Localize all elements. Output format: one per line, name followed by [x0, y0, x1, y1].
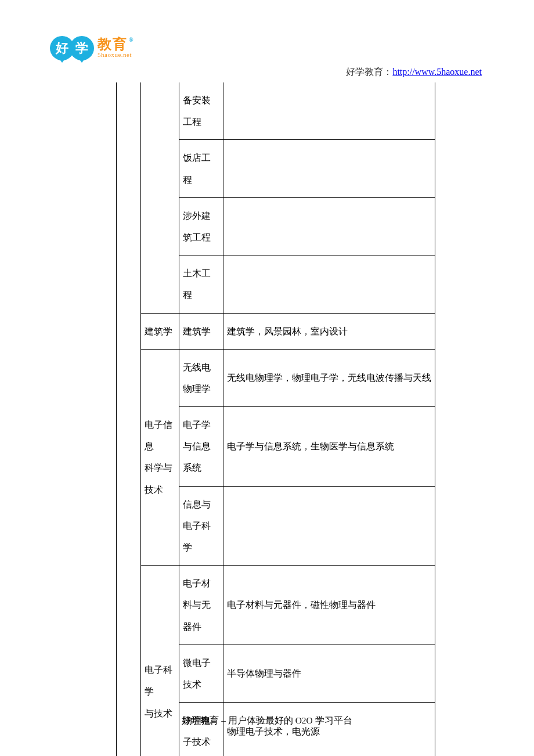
logo-edu-text: 教育 [98, 37, 128, 52]
table-cell-major: 饭店工程 [179, 140, 223, 197]
table-cell-major: 信息与电子科学 [179, 486, 223, 566]
table-cell-detail: 电子学与信息系统，生物医学与信息系统 [223, 407, 435, 487]
table-cell-major: 微电子技术 [179, 645, 223, 702]
table-cell-major: 物理电子技术 [179, 703, 223, 756]
logo: 好 学 教育® 5haoxue.net [50, 36, 134, 60]
table-col2-architecture: 建筑学 [140, 313, 179, 349]
header-link[interactable]: http://www.5haoxue.net [392, 67, 482, 77]
table-col2-est: 电子科 学 与技术 [140, 566, 179, 756]
table-row: 电子信 息 科学与 技术 无线电物理学 无线电物理学，物理电子学，无线电波传播与… [117, 349, 435, 406]
table-cell-detail: 建筑学，风景园林，室内设计 [223, 313, 435, 349]
majors-table-container: 备安装工程 饭店工程 涉外建筑工程 土木工程 建筑学 建筑学 建筑学，风景园林，… [116, 82, 435, 756]
table-row: 建筑学 建筑学 建筑学，风景园林，室内设计 [117, 313, 435, 349]
logo-char-1: 好 [56, 39, 68, 57]
table-cell-major: 土木工程 [179, 255, 223, 313]
table-cell-detail [223, 255, 435, 313]
table-cell-detail: 电子材料与元器件，磁性物理与器件 [223, 566, 435, 645]
table-cell-detail: 半导体物理与器件 [223, 645, 435, 702]
table-cell-major: 涉外建筑工程 [179, 197, 223, 255]
table-col1 [117, 82, 141, 756]
table-cell-detail [223, 82, 435, 140]
col2-line: 电子科 [145, 665, 172, 675]
table-col2-eie: 电子信 息 科学与 技术 [140, 349, 179, 566]
footer: 好学教育 – 用户体验最好的 O2O 学习平台 [0, 715, 534, 727]
table-row: 备安装工程 [117, 82, 435, 140]
header-right: 好学教育：http://www.5haoxue.net [346, 66, 482, 78]
logo-bubble-left: 好 [50, 36, 74, 60]
majors-table: 备安装工程 饭店工程 涉外建筑工程 土木工程 建筑学 建筑学 建筑学，风景园林，… [116, 82, 435, 756]
table-cell-major: 电子材料与无器件 [179, 566, 223, 645]
col2-line: 学 [145, 686, 154, 696]
table-cell-detail: 无线电物理学，物理电子学，无线电波传播与天线 [223, 349, 435, 406]
logo-char-2: 学 [75, 39, 88, 57]
logo-edu-main: 教育® [98, 37, 134, 51]
registered-icon: ® [129, 37, 134, 43]
table-cell-major: 备安装工程 [179, 82, 223, 140]
table-row: 电子科 学 与技术 电子材料与无器件 电子材料与元器件，磁性物理与器件 [117, 566, 435, 645]
footer-text: 好学教育 – 用户体验最好的 O2O 学习平台 [182, 715, 352, 725]
header-label: 好学教育： [346, 67, 392, 77]
logo-edu-sub: 5haoxue.net [98, 51, 134, 59]
col2-line: 电子信 [145, 420, 172, 430]
logo-bubbles: 好 学 [50, 36, 94, 60]
table-cell-detail: 物理电子技术，电光源 [223, 703, 435, 756]
col2-line: 科学与 [145, 463, 172, 473]
table-cell-detail [223, 197, 435, 255]
table-cell-detail [223, 486, 435, 566]
table-cell-detail [223, 140, 435, 197]
bubble-tail-icon [59, 58, 66, 63]
col2-line: 技术 [145, 485, 163, 495]
logo-education: 教育® 5haoxue.net [98, 37, 134, 59]
table-cell-major: 电子学与信息系统 [179, 407, 223, 487]
table-cell-major: 无线电物理学 [179, 349, 223, 406]
table-col2-group0 [140, 82, 179, 313]
bubble-tail-icon [78, 58, 85, 63]
table-cell-major: 建筑学 [179, 313, 223, 349]
col2-line: 息 [145, 441, 154, 451]
